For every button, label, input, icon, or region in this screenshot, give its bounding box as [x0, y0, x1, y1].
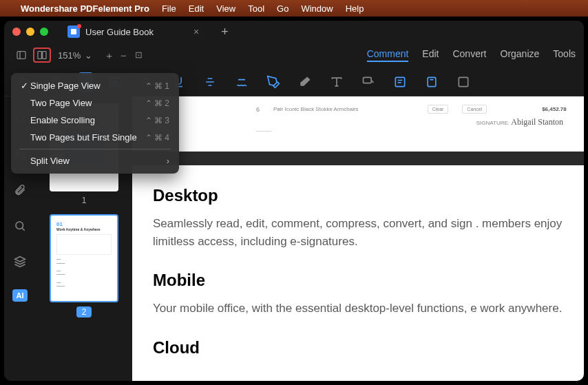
- note-tool-icon[interactable]: [390, 72, 410, 92]
- zoom-control[interactable]: 151% ⌄: [58, 50, 92, 61]
- attachment-panel-button[interactable]: [12, 182, 28, 198]
- thumbnail-page-number: 1: [82, 196, 87, 205]
- traffic-lights: [12, 28, 48, 36]
- menu-window[interactable]: Window: [301, 3, 333, 14]
- sidebar-toggle-button[interactable]: [12, 48, 30, 63]
- menu-single-page-view[interactable]: ✓Single Page View ⌃ ⌘ 1: [11, 77, 179, 94]
- menu-file[interactable]: File: [162, 3, 176, 14]
- chevron-right-icon: ›: [167, 156, 169, 166]
- ai-panel-button[interactable]: AI: [12, 289, 28, 302]
- titlebar: User Guide Book × +: [4, 21, 584, 43]
- strikethrough-tool-icon[interactable]: [200, 72, 220, 92]
- menu-enable-scrolling[interactable]: Enable Scrolling ⌃ ⌘ 3: [11, 112, 179, 129]
- section-desktop-title: Desktop: [153, 186, 563, 205]
- menu-split-view[interactable]: Split View ›: [11, 152, 179, 169]
- section-cloud-title: Cloud: [153, 338, 563, 357]
- window-maximize-button[interactable]: [40, 28, 48, 36]
- thumbnail-page-number: 2: [76, 306, 92, 318]
- tab-close-icon[interactable]: ×: [193, 26, 199, 37]
- callout-tool-icon[interactable]: [359, 72, 378, 92]
- current-page: Desktop Seamlessly read, edit, comment, …: [132, 165, 584, 381]
- check-icon: ✓: [21, 81, 30, 91]
- squiggly-tool-icon[interactable]: [232, 72, 251, 92]
- new-tab-button[interactable]: +: [221, 25, 229, 39]
- svg-rect-6: [364, 77, 372, 83]
- shortcut-label: ⌃ ⌘ 3: [145, 116, 169, 125]
- svg-rect-3: [43, 52, 46, 59]
- menu-edit[interactable]: Edit: [189, 3, 204, 14]
- pdf-icon: [67, 25, 80, 38]
- menu-two-pages-first-single[interactable]: Two Pages but First Single ⌃ ⌘ 4: [11, 129, 179, 146]
- menu-view[interactable]: View: [216, 3, 235, 14]
- menu-help[interactable]: Help: [346, 3, 364, 14]
- window-close-button[interactable]: [12, 28, 21, 36]
- section-mobile-text: Your mobile office, with the essential d…: [153, 300, 563, 318]
- svg-line-17: [22, 228, 25, 231]
- zoom-out-button[interactable]: −: [120, 50, 127, 61]
- page-view-mode-button[interactable]: [33, 48, 51, 63]
- zoom-in-button[interactable]: +: [106, 50, 112, 61]
- zoom-level: 151%: [58, 50, 81, 61]
- previous-page-edge: 6 Pair Iconic Black Stokke Armchairs Cle…: [132, 96, 584, 152]
- page-view-dropdown: ✓Single Page View ⌃ ⌘ 1 Two Page View ⌃ …: [11, 73, 179, 174]
- text-markup-tool-icon[interactable]: [327, 72, 346, 92]
- tab-convert[interactable]: Convert: [452, 48, 486, 62]
- menu-divider: [19, 149, 171, 149]
- layers-panel-button[interactable]: [12, 253, 28, 270]
- svg-rect-0: [17, 52, 25, 59]
- svg-rect-10: [428, 77, 437, 86]
- section-desktop-text: Seamlessly read, edit, comment, compress…: [153, 215, 563, 250]
- section-mobile-title: Mobile: [153, 271, 563, 290]
- window-minimize-button[interactable]: [26, 28, 34, 36]
- tabbar: User Guide Book × +: [59, 21, 229, 43]
- toolbar-row: 151% ⌄ + − ⊡ Comment Edit Convert Organi…: [4, 43, 584, 67]
- eraser-tool-icon[interactable]: [295, 72, 315, 92]
- menu-two-page-view[interactable]: Two Page View ⌃ ⌘ 2: [11, 94, 179, 112]
- chevron-down-icon: ⌄: [85, 50, 92, 61]
- svg-rect-2: [38, 52, 41, 59]
- fit-page-button[interactable]: ⊡: [135, 50, 143, 61]
- tab-title: User Guide Book: [85, 27, 154, 37]
- tab-organize[interactable]: Organize: [501, 48, 540, 62]
- shortcut-label: ⌃ ⌘ 4: [145, 133, 169, 143]
- svg-point-16: [16, 222, 23, 229]
- attachment-tool-icon[interactable]: [454, 72, 473, 92]
- stamp-tool-icon[interactable]: [422, 72, 441, 92]
- menu-go[interactable]: Go: [277, 3, 288, 14]
- tab-tools[interactable]: Tools: [553, 48, 576, 62]
- search-panel-button[interactable]: [12, 218, 28, 234]
- shortcut-label: ⌃ ⌘ 1: [145, 81, 169, 91]
- shortcut-label: ⌃ ⌘ 2: [145, 98, 169, 108]
- document-viewport[interactable]: 6 Pair Iconic Black Stokke Armchairs Cle…: [132, 96, 584, 381]
- pencil-tool-icon[interactable]: [264, 72, 283, 92]
- app-name[interactable]: Wondershare PDFelement Pro: [21, 3, 149, 14]
- menu-tool[interactable]: Tool: [248, 3, 264, 14]
- document-tab[interactable]: User Guide Book ×: [59, 21, 207, 43]
- tab-comment[interactable]: Comment: [367, 48, 409, 62]
- svg-rect-12: [459, 77, 468, 86]
- thumbnail-page-2[interactable]: 01 Work Anytime & Anywhere ━━━━━━━━━━━━━…: [43, 214, 125, 318]
- tab-edit[interactable]: Edit: [422, 48, 439, 62]
- macos-menubar: Wondershare PDFelement Pro File Edit Vie…: [0, 0, 588, 17]
